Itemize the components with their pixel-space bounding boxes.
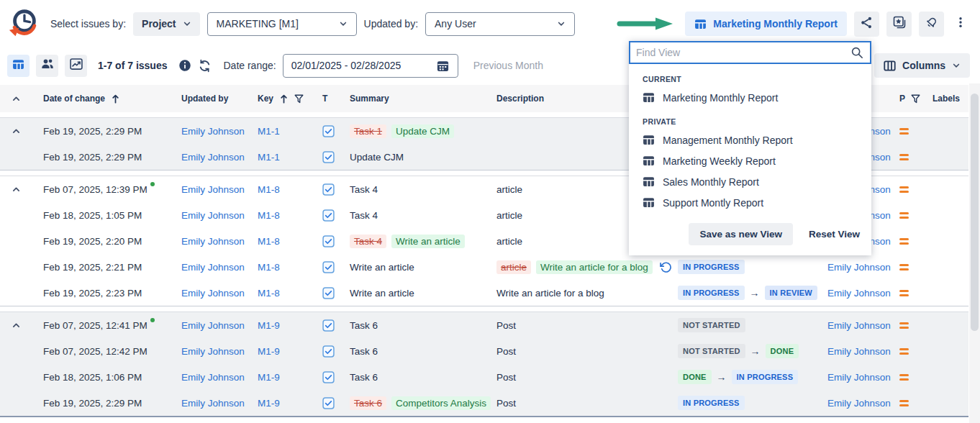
save-as-new-view-button[interactable]: Save as new View (689, 223, 793, 245)
chart-view-toggle[interactable] (65, 55, 87, 77)
date-of-change-cell: Feb 19, 2025, 2:21 PM (32, 262, 170, 273)
collapse-group-icon[interactable] (12, 321, 21, 330)
new-change-dot (150, 182, 155, 186)
updated-by-link[interactable]: Emily Johnson (181, 346, 245, 357)
issue-source-dropdown[interactable]: Project (133, 12, 199, 36)
sort-ascending-icon[interactable] (279, 94, 289, 104)
priority-cell (888, 126, 921, 137)
col-labels: Labels (933, 94, 960, 104)
issue-key-link[interactable]: M1-9 (258, 372, 280, 383)
sort-ascending-icon[interactable] (111, 94, 120, 104)
updated-by-link[interactable]: Emily Johnson (181, 126, 245, 137)
reset-view-button[interactable]: Reset View (809, 229, 860, 240)
columns-button[interactable]: Columns (874, 53, 970, 78)
task-type-icon (322, 235, 335, 247)
table-view-icon (643, 176, 655, 188)
view-item[interactable]: Marketing Monthly Report (643, 87, 860, 108)
updated-by-link[interactable]: Emily Johnson (181, 288, 245, 299)
share-button[interactable] (854, 12, 879, 37)
notifications-button[interactable] (919, 12, 944, 37)
updated-by-select[interactable]: Any User (425, 12, 575, 36)
updated-by-link[interactable]: Emily Johnson (181, 184, 245, 195)
col-type: T (322, 94, 327, 104)
table-view-toggle[interactable] (7, 55, 30, 77)
issues-count: 1-7 of 7 issues (98, 60, 168, 71)
people-icon (40, 57, 55, 74)
description-cell: Post (485, 372, 666, 383)
saved-views-button[interactable] (886, 12, 912, 37)
grid-view-icon (12, 58, 24, 73)
find-view-input[interactable] (635, 46, 850, 59)
col-date-of-change: Date of change (43, 94, 105, 104)
view-item[interactable]: Support Montly Report (643, 192, 860, 213)
task-type-icon (322, 125, 335, 137)
filter-icon[interactable] (294, 94, 304, 104)
updated-by-link[interactable]: Emily Johnson (181, 372, 245, 383)
updated-by-link[interactable]: Emily Johnson (181, 262, 245, 273)
removed-value: article (496, 260, 531, 274)
view-item[interactable]: Marketing Weekly Report (643, 150, 860, 171)
assignee-link[interactable]: Emily Johnson (827, 398, 891, 409)
description-cell: Post (485, 320, 666, 331)
updated-by-link[interactable]: Emily Johnson (181, 152, 245, 163)
more-menu-button[interactable] (951, 12, 970, 37)
view-item-label: Marketing Weekly Report (663, 155, 776, 167)
issue-key-link[interactable]: M1-8 (258, 236, 280, 247)
date-of-change-cell: Feb 19, 2025, 2:29 PM (32, 126, 170, 137)
summary-cell: Write an article (338, 288, 485, 299)
summary-cell: Task 4Write an article (338, 235, 485, 248)
transition-arrow-icon: → (717, 371, 727, 383)
issue-key-link[interactable]: M1-1 (258, 126, 280, 137)
summary-cell: Task 6Competitors Analysis (338, 396, 485, 410)
issue-key-link[interactable]: M1-9 (258, 398, 280, 409)
saved-views-icon (892, 15, 907, 32)
assignee-link[interactable]: Emily Johnson (827, 262, 891, 273)
issue-key-link[interactable]: M1-8 (258, 288, 280, 299)
updated-by-link[interactable]: Emily Johnson (181, 210, 245, 221)
updated-by-link[interactable]: Emily Johnson (181, 320, 245, 331)
vertical-scrollbar[interactable] (969, 83, 980, 423)
priority-medium-icon (899, 184, 909, 195)
assignee-link[interactable]: Emily Johnson (827, 372, 891, 383)
summary-cell: Write an article (338, 262, 485, 273)
assignee-link[interactable]: Emily Johnson (827, 288, 891, 299)
columns-icon (884, 60, 896, 72)
filter-icon[interactable] (911, 94, 920, 104)
issue-key-link[interactable]: M1-9 (258, 346, 280, 357)
summary-cell: Task 6 (338, 346, 485, 357)
issue-key-link[interactable]: M1-9 (258, 320, 280, 331)
refresh-icon[interactable] (198, 59, 212, 73)
collapse-all-icon[interactable] (12, 94, 21, 104)
info-icon[interactable] (178, 59, 191, 72)
issue-key-link[interactable]: M1-8 (258, 184, 280, 195)
date-of-change-cell: Feb 19, 2025, 2:29 PM (32, 152, 170, 163)
priority-cell (888, 236, 921, 247)
task-type-icon (322, 287, 335, 299)
collapse-group-icon[interactable] (12, 185, 21, 194)
updated-by-link[interactable]: Emily Johnson (181, 236, 245, 247)
collapse-group-icon[interactable] (12, 127, 21, 136)
status-badge: IN PROGRESS (732, 370, 799, 384)
date-of-change-cell: Feb 19, 2025, 2:29 PM (32, 398, 170, 409)
find-view-panel: CURRENT Marketing Monthly Report PRIVATE… (629, 41, 871, 255)
priority-cell (888, 210, 921, 221)
issue-key-link[interactable]: M1-8 (258, 262, 280, 273)
assignee-link[interactable]: Emily Johnson (827, 346, 891, 357)
priority-medium-icon (899, 152, 909, 163)
priority-medium-icon (899, 262, 909, 273)
issue-key-link[interactable]: M1-8 (258, 210, 280, 221)
view-panel-sections: CURRENT Marketing Monthly Report PRIVATE… (643, 75, 860, 213)
project-select[interactable]: MARKETING [M1] (207, 12, 357, 36)
issue-key-link[interactable]: M1-1 (258, 152, 280, 163)
view-item[interactable]: Sales Monthly Report (643, 171, 860, 192)
view-item[interactable]: Management Monthly Report (643, 129, 860, 150)
people-view-toggle[interactable] (36, 55, 58, 77)
added-value: Write an article (391, 235, 465, 248)
assignee-link[interactable]: Emily Johnson (827, 320, 891, 331)
scrollbar-thumb[interactable] (971, 94, 979, 331)
updated-by-link[interactable]: Emily Johnson (181, 398, 245, 409)
current-view-button[interactable]: Marketing Monthly Report (685, 12, 847, 36)
date-range-input[interactable]: 02/01/2025 - 02/28/2025 (283, 54, 458, 78)
removed-value: Task 4 (350, 235, 386, 248)
table-view-icon (643, 91, 655, 104)
